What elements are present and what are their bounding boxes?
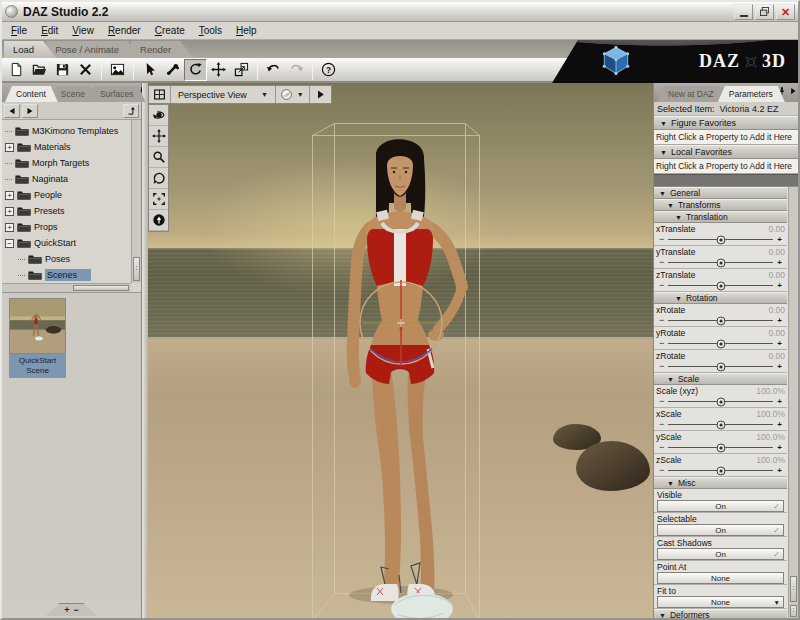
panel-resize-grip[interactable] (790, 605, 797, 617)
menu-edit[interactable]: Edit (34, 23, 65, 38)
tree-item-morph-targets[interactable]: Morph Targets (2, 155, 131, 171)
frame-camera-button[interactable] (149, 189, 168, 210)
draw-style-dropdown[interactable]: ▼ (297, 91, 308, 98)
group-header-transforms[interactable]: ▼Transforms (654, 199, 787, 211)
content-tab-surfaces[interactable]: Surfaces (89, 86, 146, 102)
help-circle-button[interactable]: ? (317, 59, 340, 81)
slider-handle[interactable] (716, 235, 725, 244)
property-fit-to-button[interactable]: None▼ (657, 596, 784, 608)
restore-button[interactable] (755, 4, 774, 20)
menu-render[interactable]: Render (101, 23, 148, 38)
slider-decrement[interactable]: − (659, 397, 664, 406)
tree-item-poses[interactable]: Poses (2, 251, 131, 267)
slider-increment[interactable]: + (777, 259, 782, 267)
tree-hscroll-thumb[interactable] (73, 285, 129, 291)
menu-view[interactable]: View (65, 23, 101, 38)
open-file-button[interactable] (28, 59, 51, 81)
slider-decrement[interactable]: − (659, 316, 664, 325)
minimize-button[interactable] (734, 4, 753, 20)
content-tab-scene[interactable]: Scene (50, 86, 97, 102)
reset-camera-button[interactable] (149, 210, 168, 231)
slider-decrement[interactable]: − (659, 420, 664, 429)
tab-render[interactable]: Render (131, 41, 193, 58)
group-header-misc[interactable]: ▼Misc (654, 477, 787, 489)
tree-horizontal-scrollbar[interactable] (2, 283, 131, 292)
render-image-button[interactable] (106, 59, 129, 81)
menu-create[interactable]: Create (148, 23, 192, 38)
property-selectable-button[interactable]: On✓ (657, 524, 784, 536)
save-file-button[interactable] (51, 59, 74, 81)
property-cast-shadows-button[interactable]: On✓ (657, 548, 784, 560)
slider-increment[interactable]: + (777, 282, 782, 290)
content-tab-content[interactable]: Content (5, 86, 58, 102)
menu-tools[interactable]: Tools (192, 23, 229, 38)
tree-item-materials[interactable]: +Materials (2, 139, 131, 155)
forward-button[interactable] (22, 104, 38, 118)
slider-increment[interactable]: + (777, 340, 782, 348)
slider-handle[interactable] (716, 397, 725, 406)
tree-expander[interactable]: + (5, 191, 14, 200)
group-header-deformers[interactable]: ▼Deformers (654, 609, 787, 618)
slider-decrement[interactable]: − (659, 235, 664, 244)
viewport-layout-button[interactable] (149, 86, 169, 103)
thumbnail-smaller-button[interactable]: − (74, 606, 79, 615)
orbit-camera-button[interactable] (149, 105, 168, 126)
tree-item-naginata[interactable]: Naginata (2, 171, 131, 187)
slider-decrement[interactable]: − (659, 466, 664, 475)
parameters-scrollbar[interactable] (788, 187, 798, 618)
group-header-rotation[interactable]: ▼Rotation (654, 292, 787, 304)
slider-increment[interactable]: + (777, 444, 782, 452)
slider-decrement[interactable]: − (659, 339, 664, 348)
slider-increment[interactable]: + (777, 421, 782, 429)
parameter-slider[interactable]: −+ (656, 280, 785, 291)
tree-expander[interactable]: − (5, 239, 14, 248)
parameters-tab-new-at-daz[interactable]: New at DAZ (657, 86, 726, 102)
parameter-slider[interactable]: −+ (656, 338, 785, 349)
viewport-options-button[interactable] (311, 86, 331, 103)
rotate-camera-button[interactable] (149, 168, 168, 189)
draw-style-button[interactable] (277, 86, 297, 103)
new-file-button[interactable] (5, 59, 28, 81)
node-cursor-button[interactable] (138, 59, 161, 81)
slider-handle[interactable] (716, 420, 725, 429)
slider-increment[interactable]: + (777, 363, 782, 371)
bone-tool-button[interactable] (161, 59, 184, 81)
group-header-general[interactable]: ▼General (654, 187, 787, 199)
slider-decrement[interactable]: − (659, 281, 664, 290)
parameter-slider[interactable]: −+ (656, 234, 785, 245)
property-visible-button[interactable]: On✓ (657, 500, 784, 512)
slider-increment[interactable]: + (777, 236, 782, 244)
slider-handle[interactable] (716, 362, 725, 371)
panel-menu-arrow-icon[interactable] (788, 82, 798, 100)
figure-model[interactable] (270, 123, 530, 618)
local-favorites-header[interactable]: ▼Local Favorites (654, 145, 798, 159)
tree-item-props[interactable]: +Props (2, 219, 131, 235)
slider-handle[interactable] (716, 316, 725, 325)
group-header-translation[interactable]: ▼Translation (654, 211, 787, 223)
zoom-camera-button[interactable] (149, 147, 168, 168)
menu-file[interactable]: File (4, 23, 34, 38)
viewport[interactable]: Perspective View ▼ ▼ (148, 83, 653, 618)
slider-handle[interactable] (716, 443, 725, 452)
slider-increment[interactable]: + (777, 467, 782, 475)
tree-item-scenes[interactable]: Scenes (2, 267, 131, 283)
parameters-scroll-thumb[interactable] (790, 576, 797, 602)
tree-expander[interactable]: + (5, 207, 14, 216)
pan-camera-button[interactable] (149, 126, 168, 147)
tree-item-quickstart[interactable]: −QuickStart (2, 235, 131, 251)
group-header-scale[interactable]: ▼Scale (654, 373, 787, 385)
scene-thumbnail[interactable]: QuickStart Scene (9, 298, 66, 378)
rotate-tool-button[interactable] (184, 59, 207, 81)
tree-item-m3kimono-templates[interactable]: M3Kimono Templates (2, 123, 131, 139)
slider-handle[interactable] (716, 258, 725, 267)
parameter-slider[interactable]: −+ (656, 257, 785, 268)
menu-help[interactable]: Help (229, 23, 264, 38)
tree-item-presets[interactable]: +Presets (2, 203, 131, 219)
slider-handle[interactable] (716, 339, 725, 348)
slider-handle[interactable] (716, 466, 725, 475)
undo-arrow-button[interactable] (262, 59, 285, 81)
parameter-slider[interactable]: −+ (656, 442, 785, 453)
slider-decrement[interactable]: − (659, 443, 664, 452)
parameter-slider[interactable]: −+ (656, 315, 785, 326)
translate-tool-button[interactable] (207, 59, 230, 81)
